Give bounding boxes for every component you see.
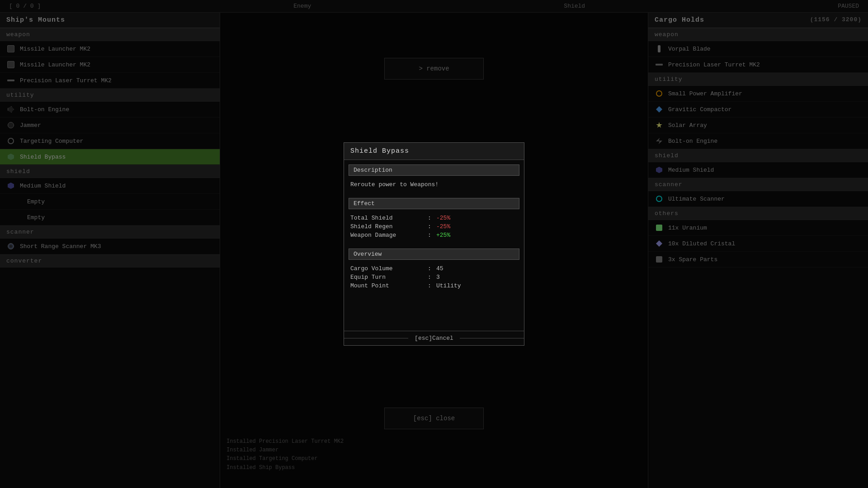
- modal-cancel-text: [esc]Cancel: [410, 335, 458, 342]
- stat-cargo-volume: Cargo Volume : 45: [350, 264, 518, 273]
- stat-equip-turn: Equip Turn : 3: [350, 273, 518, 282]
- modal-overview: Cargo Volume : 45 Equip Turn : 3 Mount P…: [344, 263, 524, 295]
- modal-effects: Total Shield : -25% Shield Regen : -25% …: [344, 212, 524, 244]
- modal-cancel-button[interactable]: [esc]Cancel: [344, 331, 524, 345]
- stat-weapon-damage-value: +25%: [436, 232, 450, 239]
- cancel-line-right: [460, 338, 524, 338]
- cancel-line-left: [344, 338, 408, 338]
- stat-mount-point-value: Utility: [436, 282, 461, 289]
- shield-bypass-modal: Shield Bypass Description Reroute power …: [344, 142, 524, 346]
- stat-shield-regen: Shield Regen : -25%: [350, 222, 518, 231]
- modal-description-text: Reroute power to Weapons!: [344, 178, 524, 194]
- modal-effect-header: Effect: [349, 198, 519, 209]
- modal-body: Description Reroute power to Weapons! Ef…: [344, 164, 524, 346]
- stat-weapon-damage: Weapon Damage : +25%: [350, 231, 518, 239]
- modal-title: Shield Bypass: [344, 143, 524, 160]
- stat-mount-point: Mount Point : Utility: [350, 282, 518, 290]
- stat-equip-turn-value: 3: [436, 274, 440, 281]
- stat-cargo-volume-value: 45: [436, 265, 443, 272]
- modal-overlay: Shield Bypass Description Reroute power …: [0, 0, 868, 488]
- stat-total-shield-value: -25%: [436, 215, 450, 221]
- stat-shield-regen-value: -25%: [436, 223, 450, 230]
- modal-description-header: Description: [349, 164, 519, 176]
- stat-total-shield: Total Shield : -25%: [350, 214, 518, 222]
- modal-overview-header: Overview: [349, 249, 519, 260]
